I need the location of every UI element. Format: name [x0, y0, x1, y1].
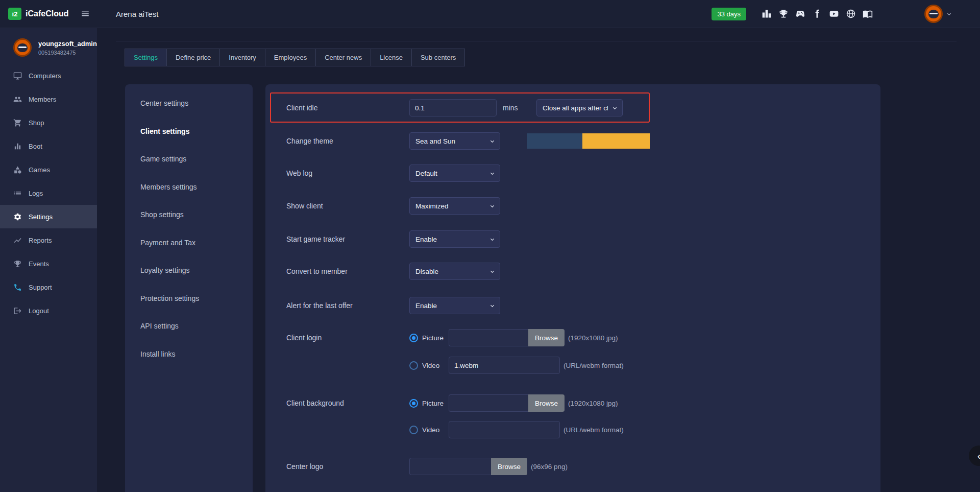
alert-offer-value: Enable — [415, 302, 485, 310]
client-login-label: Client login — [286, 334, 409, 342]
tab-license[interactable]: License — [371, 49, 412, 66]
sidebar-item-label: Shop — [29, 119, 44, 127]
tab-bar: Settings Define price Inventory Employee… — [125, 49, 465, 66]
sidebar-item-logs[interactable]: Logs — [0, 181, 97, 205]
client-idle-input[interactable] — [409, 99, 497, 116]
sidebar-menu: Computers Members Shop Boot Games Logs S… — [0, 64, 97, 322]
sidebar-item-shop[interactable]: Shop — [0, 111, 97, 134]
center-logo-hint: (96x96 png) — [531, 463, 568, 471]
youtube-icon[interactable] — [829, 9, 839, 19]
sidebar-item-support[interactable]: Support — [0, 275, 97, 299]
user-id: 005193482475 — [38, 50, 97, 56]
client-bg-label: Client background — [286, 399, 409, 407]
chevron-down-icon — [489, 237, 495, 242]
nav-item-members-settings[interactable]: Members settings — [125, 173, 253, 201]
gear-icon — [13, 213, 22, 221]
nav-item-api-settings[interactable]: API settings — [125, 312, 253, 340]
nav-item-payment-tax[interactable]: Payment and Tax — [125, 229, 253, 257]
client-login-video-hint: (URL/webm format) — [564, 362, 624, 369]
trophy-icon[interactable] — [778, 9, 789, 19]
row-client-login-picture: Client login Picture Browse (1920x1080 j… — [286, 329, 870, 346]
brand-logo[interactable]: i2 iCafeCloud — [8, 8, 68, 20]
sidebar-item-boot[interactable]: Boot — [0, 134, 97, 158]
tab-settings[interactable]: Settings — [125, 49, 167, 66]
web-log-value: Default — [415, 170, 485, 177]
row-client-bg-video: Video (URL/webm format) — [286, 421, 870, 438]
client-bg-video-radio[interactable] — [409, 426, 418, 434]
center-logo-input[interactable] — [409, 458, 491, 475]
sidebar-item-label: Logout — [29, 307, 49, 315]
show-client-value: Maximized — [415, 202, 485, 210]
page-title: Arena aiTest — [116, 10, 158, 18]
tab-sub-centers[interactable]: Sub centers — [411, 49, 465, 66]
chart-icon — [13, 236, 22, 245]
sidebar-item-label: Settings — [29, 213, 53, 221]
client-login-video-radio[interactable] — [409, 361, 418, 370]
chevron-down-icon[interactable] — [946, 11, 952, 17]
nav-item-loyalty-settings[interactable]: Loyalty settings — [125, 256, 253, 285]
client-login-picture-radio[interactable] — [409, 334, 418, 342]
theme-value: Sea and Sun — [415, 137, 485, 145]
convert-member-select[interactable]: Disable — [409, 263, 500, 280]
topbar-actions: 33 days — [712, 5, 980, 23]
client-login-picture-input[interactable] — [449, 329, 528, 346]
web-log-select[interactable]: Default — [409, 165, 500, 182]
chevron-down-icon — [489, 138, 495, 144]
leaderboard-icon[interactable] — [762, 9, 772, 19]
sidebar-item-label: Events — [29, 260, 49, 268]
user-menu[interactable] — [924, 5, 952, 23]
alert-offer-select[interactable]: Enable — [409, 297, 500, 314]
sidebar-user-avatar — [13, 38, 32, 57]
chevron-down-icon — [489, 269, 495, 274]
tab-employees[interactable]: Employees — [265, 49, 316, 66]
nav-item-center-settings[interactable]: Center settings — [125, 89, 253, 118]
client-bg-video-input[interactable] — [449, 421, 560, 438]
nav-item-install-links[interactable]: Install links — [125, 340, 253, 368]
nav-item-client-settings[interactable]: Client settings — [125, 118, 253, 146]
nav-item-game-settings[interactable]: Game settings — [125, 145, 253, 173]
sidebar-item-members[interactable]: Members — [0, 87, 97, 111]
chevron-down-icon — [612, 105, 618, 111]
theme-swatch-primary — [527, 133, 582, 149]
sidebar-item-computers[interactable]: Computers — [0, 64, 97, 87]
sidebar-user[interactable]: youngzsoft_admin 005193482475 — [0, 28, 97, 57]
picture-radio-label: Picture — [422, 334, 446, 342]
main-content: Settings Define price Inventory Employee… — [97, 28, 980, 492]
row-convert-member: Convert to member Disable — [286, 263, 870, 280]
tab-define-price[interactable]: Define price — [166, 49, 220, 66]
center-logo-browse-button[interactable]: Browse — [491, 458, 527, 475]
show-client-select[interactable]: Maximized — [409, 197, 500, 215]
sidebar-item-label: Logs — [29, 190, 43, 197]
client-bg-picture-radio[interactable] — [409, 399, 418, 408]
sidebar-item-settings[interactable]: Settings — [0, 205, 97, 228]
client-bg-picture-input[interactable] — [449, 394, 528, 412]
nav-item-shop-settings[interactable]: Shop settings — [125, 201, 253, 229]
theme-preview — [527, 133, 650, 149]
client-login-picture-browse-button[interactable]: Browse — [528, 329, 565, 346]
book-icon[interactable] — [863, 9, 873, 19]
client-login-video-input[interactable] — [449, 357, 560, 374]
menu-toggle-icon[interactable] — [81, 9, 90, 18]
sidebar-item-games[interactable]: Games — [0, 158, 97, 181]
tab-center-news[interactable]: Center news — [315, 49, 371, 66]
row-alert-offer: Alert for the last offer Enable — [286, 297, 870, 314]
facebook-icon[interactable] — [812, 9, 822, 19]
nav-item-protection-settings[interactable]: Protection settings — [125, 285, 253, 313]
client-idle-action-select[interactable]: Close all apps after che — [536, 99, 623, 116]
row-show-client: Show client Maximized — [286, 197, 870, 215]
sidebar-item-events[interactable]: Events — [0, 252, 97, 275]
client-bg-picture-browse-button[interactable]: Browse — [528, 394, 565, 412]
license-days-badge[interactable]: 33 days — [712, 8, 746, 20]
user-avatar[interactable] — [924, 5, 943, 23]
tab-inventory[interactable]: Inventory — [219, 49, 265, 66]
chevron-down-icon — [489, 303, 495, 309]
header-divider — [116, 41, 957, 41]
sidebar-item-logout[interactable]: Logout — [0, 299, 97, 322]
globe-icon[interactable] — [846, 9, 856, 19]
game-tracker-select[interactable]: Enable — [409, 230, 500, 248]
equalizer-icon — [13, 142, 22, 151]
theme-select[interactable]: Sea and Sun — [409, 132, 500, 150]
discord-icon[interactable] — [795, 9, 805, 19]
center-logo-label: Center logo — [286, 462, 409, 471]
sidebar-item-reports[interactable]: Reports — [0, 228, 97, 252]
